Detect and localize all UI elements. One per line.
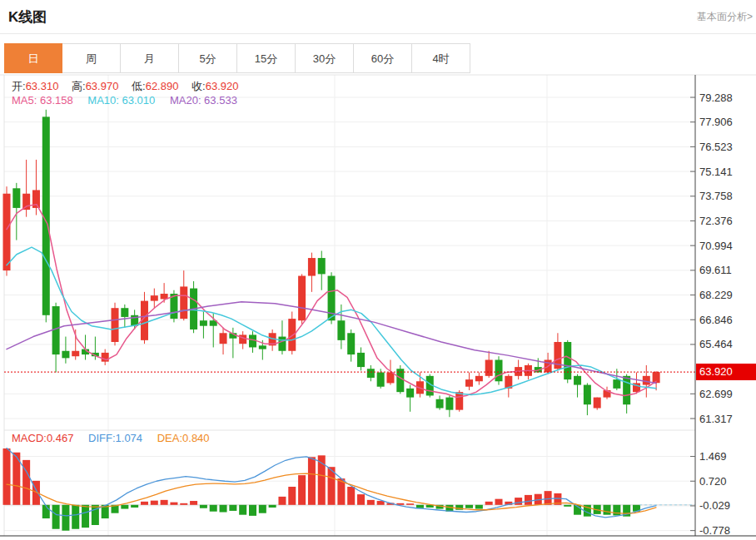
ma5-value: MA5: 63.158: [12, 94, 73, 107]
y-axis: 79.28877.90676.52375.14173.75872.37670.9…: [0, 75, 756, 537]
low-value: 62.890: [146, 80, 179, 92]
ohlc-readout: 开:63.310 高:63.970 低:62.890 收:63.920: [12, 79, 238, 94]
svg-text:76.523: 76.523: [699, 141, 733, 153]
tab-day[interactable]: 日: [4, 43, 62, 73]
candles-layer: [3, 110, 660, 417]
svg-text:65.464: 65.464: [699, 338, 733, 350]
high-value: 63.970: [86, 80, 119, 92]
svg-text:1.469: 1.469: [699, 450, 727, 463]
fundamental-analysis-link[interactable]: 基本面分析>: [697, 10, 753, 24]
page-title: K线图: [8, 7, 47, 27]
svg-text:66.846: 66.846: [699, 314, 733, 326]
tab-5min[interactable]: 5分: [179, 43, 237, 73]
ma20-value: MA20: 63.533: [170, 94, 237, 107]
close-label: 收:: [191, 80, 206, 92]
macd-readout: MACD:0.467 DIFF:1.074 DEA:0.840: [12, 432, 221, 444]
svg-text:75.141: 75.141: [699, 166, 733, 178]
ma10-value: MA10: 63.010: [87, 94, 155, 107]
low-label: 低:: [132, 80, 146, 92]
close-value: 63.920: [206, 80, 239, 92]
ma-readout: MA5: 63.158 MA10: 63.010 MA20: 63.533: [12, 94, 249, 107]
high-label: 高:: [72, 80, 86, 92]
diff-value: DIFF:1.074: [88, 432, 142, 444]
grid-layer: [4, 75, 695, 536]
chart-borders: [0, 75, 756, 536]
svg-text:69.611: 69.611: [699, 264, 732, 276]
svg-text:68.229: 68.229: [699, 289, 733, 301]
svg-text:72.376: 72.376: [699, 215, 733, 227]
current-price-tag: 63.920: [696, 364, 756, 380]
macd-value: MACD:0.467: [12, 432, 73, 444]
svg-text:79.288: 79.288: [699, 92, 733, 104]
open-label: 开:: [12, 80, 26, 92]
tab-month[interactable]: 月: [121, 43, 179, 73]
widget-header: K线图 基本面分析>: [0, 0, 756, 34]
interval-tabbar: 日周月5分15分30分60分4时: [4, 43, 470, 73]
macd-histogram-layer: [3, 448, 640, 531]
tab-4hour[interactable]: 4时: [412, 43, 470, 73]
tab-30min[interactable]: 30分: [296, 43, 354, 73]
svg-text:-0.029: -0.029: [699, 499, 730, 512]
svg-text:61.317: 61.317: [699, 413, 733, 425]
tab-60min[interactable]: 60分: [354, 43, 412, 73]
tab-15min[interactable]: 15分: [237, 43, 296, 73]
svg-text:62.699: 62.699: [699, 388, 733, 400]
svg-text:70.994: 70.994: [699, 240, 733, 252]
svg-text:73.758: 73.758: [699, 190, 733, 202]
open-value: 63.310: [26, 80, 59, 92]
svg-text:-0.778: -0.778: [699, 524, 730, 537]
dea-value: DEA:0.840: [157, 432, 210, 444]
svg-text:77.906: 77.906: [699, 116, 733, 128]
svg-text:0.720: 0.720: [699, 475, 727, 488]
tab-week[interactable]: 周: [62, 43, 121, 73]
